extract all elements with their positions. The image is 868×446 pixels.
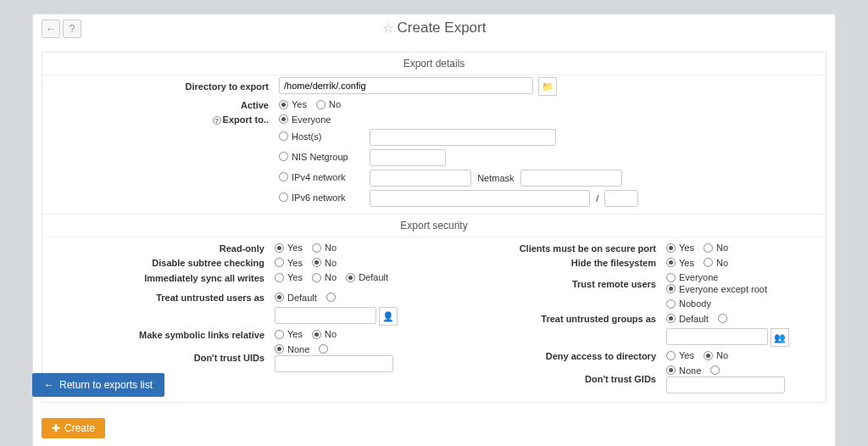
label-trust-remote: Trust remote users	[434, 270, 663, 297]
sync-no[interactable]: No	[312, 272, 337, 282]
treatusers-input[interactable]	[275, 307, 376, 324]
ipv4-input[interactable]	[370, 170, 471, 187]
sync-default[interactable]: Default	[346, 272, 388, 282]
dontgid-none[interactable]: None	[666, 365, 701, 376]
dontgid-input[interactable]	[666, 376, 785, 393]
help-icon[interactable]: ?	[213, 116, 221, 125]
titlebar: ← ? ☆Create Export	[33, 14, 835, 45]
trust-except-root[interactable]: Everyone except root	[666, 284, 767, 294]
subtree-yes[interactable]: Yes	[275, 258, 303, 268]
netmask-input[interactable]	[520, 170, 622, 187]
trust-nobody[interactable]: Nobody	[666, 298, 711, 309]
symlinks-no[interactable]: No	[312, 329, 337, 339]
dontuid-none[interactable]: None	[275, 344, 309, 354]
hidefs-no[interactable]: No	[704, 258, 728, 268]
label-treat-users: Treat untrusted users as	[42, 291, 271, 306]
plus-icon: ✚	[52, 422, 60, 434]
label-export-to: ?Export to..	[42, 113, 275, 128]
security-left: Read-only Yes No Disable subtree checkin…	[42, 241, 434, 374]
label-treat-groups: Treat untrusted groups as	[434, 312, 663, 327]
exportto-hosts[interactable]: Host(s)	[279, 131, 360, 142]
page-title: ☆Create Export	[33, 20, 835, 36]
secureport-no[interactable]: No	[704, 243, 728, 253]
readonly-no[interactable]: No	[312, 243, 337, 253]
dontgid-custom[interactable]	[710, 365, 723, 375]
active-no[interactable]: No	[316, 99, 341, 109]
label-dont-gid: Don't trust GIDs	[434, 364, 663, 396]
exportto-ipv6[interactable]: IPv6 network	[279, 192, 360, 203]
treatgroups-input[interactable]	[666, 328, 768, 345]
deny-yes[interactable]: Yes	[666, 350, 694, 360]
label-active: Active	[42, 98, 275, 113]
pick-user-button[interactable]: 👤	[379, 307, 398, 326]
dontuid-input[interactable]	[275, 355, 393, 372]
arrow-left-icon: ←	[44, 379, 54, 391]
ipv6-prefix-input[interactable]	[604, 190, 638, 207]
directory-input[interactable]	[279, 77, 533, 94]
label-readonly: Read-only	[42, 241, 271, 256]
security-right: Clients must be on secure port Yes No Hi…	[434, 241, 826, 395]
sync-yes[interactable]: Yes	[275, 272, 303, 282]
treatusers-custom[interactable]	[326, 293, 339, 302]
create-button[interactable]: ✚Create	[42, 418, 105, 438]
trust-everyone[interactable]: Everyone	[666, 272, 718, 282]
ipv6-input[interactable]	[370, 190, 590, 207]
deny-no[interactable]: No	[704, 350, 728, 360]
pick-group-button[interactable]: 👥	[771, 328, 789, 347]
label-dont-uid: Don't trust UIDs	[42, 343, 271, 375]
treatgroups-default[interactable]: Default	[666, 314, 709, 324]
star-icon[interactable]: ☆	[382, 20, 394, 35]
exportto-everyone[interactable]: Everyone	[279, 114, 331, 125]
browse-button[interactable]: 📁	[538, 77, 557, 96]
label-netmask: Netmask	[477, 173, 514, 183]
dontuid-custom[interactable]	[319, 344, 331, 354]
active-yes[interactable]: Yes	[279, 99, 307, 109]
treatusers-default[interactable]: Default	[275, 293, 317, 303]
label-secure-port: Clients must be on secure port	[434, 241, 663, 256]
label-deny: Deny access to directory	[434, 348, 663, 364]
secureport-yes[interactable]: Yes	[666, 243, 694, 253]
hosts-input[interactable]	[370, 129, 556, 146]
label-directory: Directory to export	[42, 75, 275, 98]
return-button[interactable]: ←Return to exports list	[32, 373, 164, 397]
label-sync: Immediately sync all writes	[42, 270, 271, 286]
label-slash: /	[596, 193, 598, 203]
hidefs-yes[interactable]: Yes	[666, 258, 694, 268]
form-box: Export details Directory to export 📁 Act…	[42, 52, 826, 403]
subtree-no[interactable]: No	[312, 258, 337, 268]
details-form: Directory to export 📁 Active Yes No	[42, 75, 826, 214]
nis-input[interactable]	[370, 149, 446, 166]
exportto-ipv4[interactable]: IPv4 network	[279, 172, 360, 182]
security-header: Export security	[42, 215, 826, 237]
symlinks-yes[interactable]: Yes	[275, 329, 303, 339]
readonly-yes[interactable]: Yes	[275, 243, 303, 253]
treatgroups-custom[interactable]	[718, 314, 731, 323]
label-hide-fs: Hide the filesystem	[434, 256, 663, 271]
details-header: Export details	[42, 53, 826, 75]
exportto-nis[interactable]: NIS Netgroup	[279, 152, 360, 162]
label-subtree: Disable subtree checking	[42, 256, 271, 271]
label-symlinks: Make symbolic links relative	[42, 327, 271, 343]
